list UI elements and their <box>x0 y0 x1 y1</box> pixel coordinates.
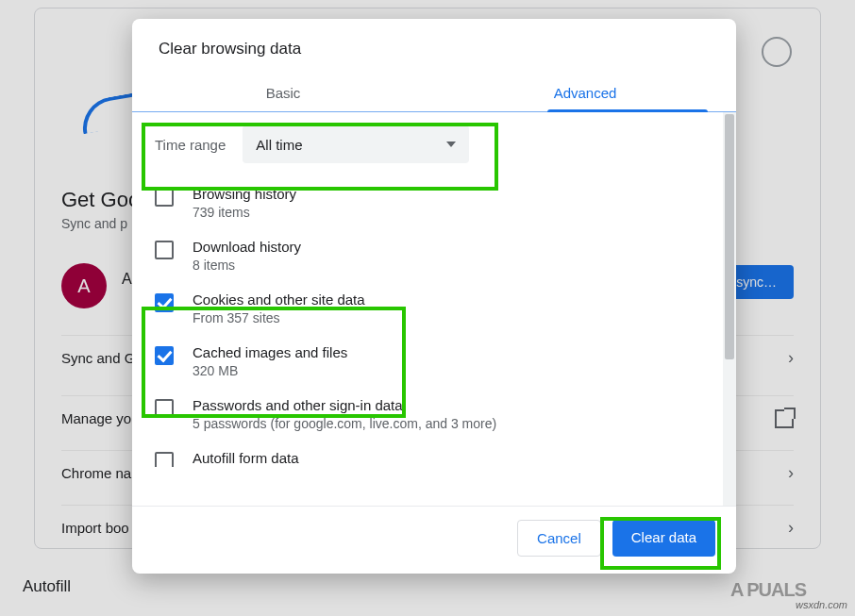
checkbox[interactable] <box>155 399 174 418</box>
watermark-site: wsxdn.com <box>796 599 847 610</box>
dialog-title: Clear browsing data <box>132 19 736 74</box>
chevron-right-icon: › <box>788 348 794 368</box>
row-label: Manage yo <box>61 410 131 426</box>
tab-basic[interactable]: Basic <box>132 74 434 112</box>
dialog-footer: Cancel Clear data <box>132 506 736 574</box>
item-label: Browsing history <box>193 186 296 202</box>
item-detail: 8 items <box>193 258 301 273</box>
dialog-content: Time range All time Browsing history 739… <box>132 112 736 506</box>
item-detail: 320 MB <box>193 363 347 378</box>
item-detail: From 357 sites <box>193 310 365 325</box>
profile-circle-icon <box>762 37 792 67</box>
scrollbar[interactable] <box>723 112 736 506</box>
dialog-tabs: Basic Advanced <box>132 74 736 112</box>
row-label: Import boo <box>61 520 129 536</box>
item-label: Cookies and other site data <box>193 291 365 308</box>
checkbox[interactable] <box>155 452 174 467</box>
item-label: Autofill form data <box>193 450 299 466</box>
item-passwords[interactable]: Passwords and other sign-in data 5 passw… <box>149 388 710 441</box>
clear-data-button[interactable]: Clear data <box>612 520 715 557</box>
checkbox[interactable] <box>155 241 174 259</box>
time-range-label: Time range <box>155 137 226 153</box>
time-range-row: Time range All time <box>149 112 710 176</box>
avatar-name: A <box>122 271 132 288</box>
item-browsing-history[interactable]: Browsing history 739 items <box>149 176 710 229</box>
item-detail: 739 items <box>193 205 296 220</box>
item-download-history[interactable]: Download history 8 items <box>149 229 710 282</box>
external-link-icon <box>775 409 794 428</box>
time-range-select[interactable]: All time <box>243 125 469 163</box>
avatar[interactable]: A <box>61 263 107 308</box>
scroll-area: Time range All time Browsing history 739… <box>132 112 723 506</box>
item-cached[interactable]: Cached images and files 320 MB <box>149 335 710 388</box>
item-label: Cached images and files <box>193 344 347 360</box>
checkbox[interactable] <box>155 346 174 365</box>
row-label: Chrome na <box>61 465 131 481</box>
clear-browsing-data-dialog: Clear browsing data Basic Advanced Time … <box>132 19 736 574</box>
item-label: Download history <box>193 239 301 255</box>
checkbox[interactable] <box>155 293 174 312</box>
watermark-brand: A PUALS <box>730 579 806 601</box>
item-detail: 5 passwords (for google.com, live.com, a… <box>193 416 496 431</box>
scrollbar-thumb[interactable] <box>725 114 734 359</box>
cancel-button[interactable]: Cancel <box>517 520 601 557</box>
time-range-value: All time <box>256 137 302 153</box>
settings-subhead: Sync and p <box>61 216 127 231</box>
item-cookies[interactable]: Cookies and other site data From 357 sit… <box>149 282 710 335</box>
chevron-right-icon: › <box>788 463 794 483</box>
checkbox[interactable] <box>155 188 174 207</box>
item-autofill[interactable]: Autofill form data <box>149 441 710 467</box>
item-label: Passwords and other sign-in data <box>193 397 496 413</box>
tab-advanced[interactable]: Advanced <box>434 74 736 112</box>
settings-heading: Get Goo <box>61 188 140 212</box>
chevron-down-icon <box>446 142 456 147</box>
row-label: Sync and G <box>61 350 135 366</box>
autofill-section-label: Autofill <box>23 577 71 596</box>
chevron-right-icon: › <box>788 518 794 538</box>
